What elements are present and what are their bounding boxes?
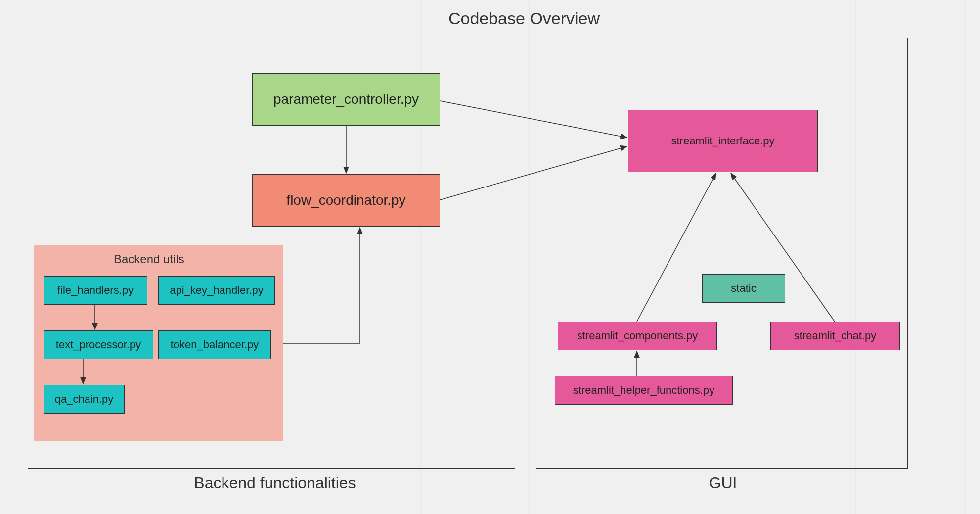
node-file-handlers[interactable]: file_handlers.py [44,276,147,305]
subgroup-utils-label: Backend utils [114,252,184,266]
node-token-balancer[interactable]: token_balancer.py [158,330,271,359]
node-streamlit-interface[interactable]: streamlit_interface.py [628,110,818,172]
node-static[interactable]: static [702,274,785,303]
node-api-key-handler[interactable]: api_key_handler.py [158,276,275,305]
node-parameter-controller[interactable]: parameter_controller.py [252,73,440,126]
group-gui-label: GUI [698,474,748,492]
diagram-canvas: Codebase Overview Backend functionalitie… [0,0,980,514]
diagram-title: Codebase Overview [420,9,628,28]
node-text-processor[interactable]: text_processor.py [44,330,153,359]
node-streamlit-components[interactable]: streamlit_components.py [558,322,717,350]
node-streamlit-helper-functions[interactable]: streamlit_helper_functions.py [555,376,733,405]
node-qa-chain[interactable]: qa_chain.py [44,385,125,414]
node-streamlit-chat[interactable]: streamlit_chat.py [770,322,900,350]
group-backend-label: Backend functionalities [176,474,374,492]
node-flow-coordinator[interactable]: flow_coordinator.py [252,174,440,227]
